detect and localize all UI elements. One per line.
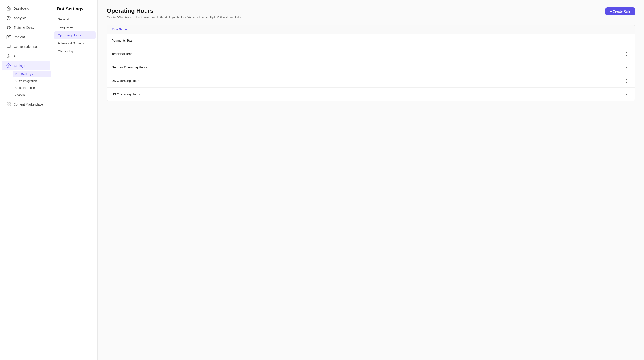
- main-header: Operating Hours Create Office Hours rule…: [107, 7, 635, 19]
- rule-name: German Operating Hours: [112, 66, 147, 69]
- create-rule-button[interactable]: + Create Rule: [605, 7, 635, 16]
- home-icon: [6, 6, 11, 11]
- rule-name: Technical Team: [112, 52, 134, 56]
- sidebar-item-dashboard[interactable]: Dashboard: [2, 4, 50, 13]
- sidebar-item-label: Dashboard: [14, 7, 29, 10]
- sidebar-item-settings[interactable]: Settings: [2, 61, 50, 70]
- rules-table: Rule Name Payments Team ⋮ Technical Team…: [107, 25, 635, 101]
- more-options-button[interactable]: ⋮: [622, 91, 630, 97]
- mid-nav-item-advanced-settings[interactable]: Advanced Settings: [54, 39, 96, 47]
- svg-rect-3: [9, 103, 10, 104]
- svg-rect-2: [7, 103, 8, 104]
- table-row: Technical Team ⋮: [107, 47, 635, 61]
- mid-nav-item-languages[interactable]: Languages: [54, 24, 96, 31]
- edit-icon: [6, 35, 11, 39]
- sidebar-item-ai[interactable]: AI: [2, 52, 50, 61]
- rule-name: US Operating Hours: [112, 92, 140, 96]
- table-header: Rule Name: [107, 25, 635, 34]
- graduation-icon: [6, 25, 11, 30]
- rule-name: UK Operating Hours: [112, 79, 140, 83]
- table-row: UK Operating Hours ⋮: [107, 74, 635, 88]
- table-row: Payments Team ⋮: [107, 34, 635, 47]
- main-header-left: Operating Hours Create Office Hours rule…: [107, 7, 243, 19]
- sidebar-item-training-center[interactable]: Training Center: [2, 23, 50, 32]
- svg-rect-5: [7, 105, 8, 106]
- chat-icon: [6, 44, 11, 49]
- more-options-button[interactable]: ⋮: [622, 78, 630, 84]
- sidebar-item-label: Analytics: [14, 16, 26, 20]
- sidebar-item-analytics[interactable]: Analytics: [2, 14, 50, 23]
- table-header-label: Rule Name: [112, 28, 127, 31]
- sidebar-item-label: Content Marketplace: [14, 103, 43, 106]
- page-description: Create Office Hours rules to use them in…: [107, 16, 243, 19]
- sidebar-sub-item-crm-integration[interactable]: CRM Integration: [13, 78, 51, 84]
- sidebar-item-label: AI: [14, 54, 16, 58]
- settings-sub-menu: Bot Settings CRM Integration Content Ent…: [0, 71, 52, 98]
- svg-point-0: [8, 56, 9, 57]
- page-title: Operating Hours: [107, 7, 243, 14]
- mid-nav-title: Bot Settings: [52, 5, 98, 15]
- ai-icon: [6, 54, 11, 59]
- mid-nav-item-changelog[interactable]: Changelog: [54, 47, 96, 55]
- mid-nav: Bot Settings General Languages Operating…: [52, 0, 98, 360]
- sidebar-item-content-marketplace[interactable]: Content Marketplace: [2, 100, 50, 109]
- grid-icon: [6, 102, 11, 107]
- mid-nav-item-general[interactable]: General: [54, 16, 96, 23]
- sidebar: Dashboard Analytics Training Center Cont…: [0, 0, 52, 360]
- mid-nav-item-operating-hours[interactable]: Operating Hours: [54, 31, 96, 39]
- analytics-icon: [6, 16, 11, 20]
- sidebar-sub-item-actions[interactable]: Actions: [13, 91, 51, 98]
- sidebar-item-label: Training Center: [14, 26, 36, 29]
- svg-point-1: [8, 65, 9, 66]
- sidebar-item-label: Conversation Logs: [14, 45, 40, 49]
- sidebar-item-content[interactable]: Content: [2, 33, 50, 42]
- more-options-button[interactable]: ⋮: [622, 38, 630, 44]
- sidebar-sub-item-content-entities[interactable]: Content Entities: [13, 84, 51, 91]
- more-options-button[interactable]: ⋮: [622, 64, 630, 70]
- sidebar-item-label: Content: [14, 35, 25, 39]
- svg-rect-4: [9, 105, 10, 106]
- sidebar-item-conversation-logs[interactable]: Conversation Logs: [2, 42, 50, 51]
- more-options-button[interactable]: ⋮: [622, 51, 630, 57]
- main-content: Operating Hours Create Office Hours rule…: [98, 0, 644, 360]
- gear-icon: [6, 64, 11, 68]
- table-row: US Operating Hours ⋮: [107, 88, 635, 101]
- sidebar-sub-item-bot-settings[interactable]: Bot Settings: [13, 71, 51, 77]
- sidebar-item-label: Settings: [14, 64, 25, 68]
- rule-name: Payments Team: [112, 39, 134, 42]
- table-row: German Operating Hours ⋮: [107, 61, 635, 74]
